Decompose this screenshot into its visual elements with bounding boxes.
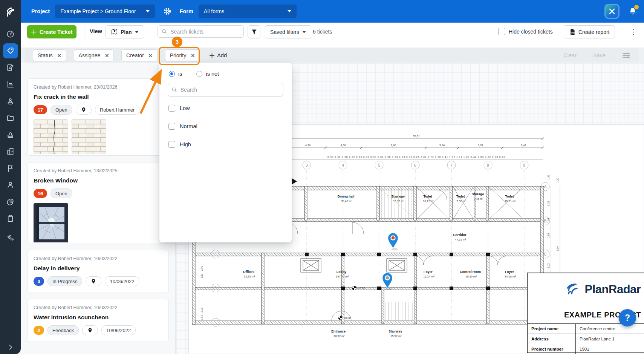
ticket-card-delay-in-delivery[interactable]: Created by Robert Hammer, 10/03/2022 Del… <box>27 250 169 293</box>
project-settings-gear-icon[interactable] <box>163 7 171 15</box>
svg-text:Toilet: Toilet <box>456 195 465 198</box>
divider <box>151 26 151 38</box>
app-switcher-icon[interactable] <box>606 5 618 18</box>
svg-text:1,20: 1,20 <box>556 178 559 182</box>
svg-text:18,52 m²: 18,52 m² <box>333 334 345 338</box>
saved-filters-button[interactable]: Saved filters <box>265 25 311 38</box>
sidebar-expand-chevron-icon[interactable] <box>0 343 21 351</box>
sidebar-item-contacts[interactable] <box>3 178 18 193</box>
checkbox[interactable] <box>168 141 175 148</box>
close-icon[interactable]: ✕ <box>57 53 61 58</box>
sidebar-item-approvals[interactable] <box>3 127 18 142</box>
svg-text:2,02: 2,02 <box>547 201 550 206</box>
priority-option-high[interactable]: High <box>168 141 283 148</box>
close-icon[interactable]: ✕ <box>105 53 109 58</box>
priority-search-box[interactable] <box>168 83 283 97</box>
ticket-created-by: Created by Robert Hammer, 23/01/2026 <box>34 84 162 90</box>
brick-wall-photo[interactable] <box>72 120 106 156</box>
search-tickets-box[interactable] <box>158 25 244 38</box>
radio-unselected-icon <box>196 71 202 77</box>
svg-text:6: 6 <box>414 163 416 167</box>
chevron-down-icon <box>302 31 306 33</box>
sidebar-item-forms[interactable] <box>3 60 18 75</box>
svg-text:2,00: 2,00 <box>200 307 203 312</box>
planradar-app: Project Example Project > Ground Floor F… <box>0 0 644 354</box>
planradar-swirl-icon <box>564 281 581 298</box>
ticket-number-badge: 16 <box>34 189 47 198</box>
search-tickets-input[interactable] <box>170 28 240 35</box>
svg-text:0,98 0,30 0,98 2,02 0,89 0,3: 0,98 0,30 0,98 2,02 0,89 0,30 0,98 2,02 … <box>327 156 505 158</box>
close-icon[interactable]: ✕ <box>148 53 153 58</box>
create-report-button[interactable]: PDF Create report <box>564 25 615 38</box>
form-edit-icon <box>6 63 15 72</box>
help-button[interactable]: ? <box>619 309 636 326</box>
sidebar-item-issues[interactable] <box>3 161 18 176</box>
svg-text:A: A <box>544 184 546 189</box>
project-selector[interactable]: Example Project > Ground Floor <box>55 5 154 18</box>
broken-window-photo[interactable] <box>34 203 68 244</box>
filter-chip-assignee[interactable]: Assignee✕ <box>74 49 114 61</box>
sidebar-item-site-presence[interactable] <box>3 93 18 109</box>
sidebar-item-tasks[interactable] <box>3 211 18 226</box>
priority-option-normal[interactable]: Normal <box>168 123 283 130</box>
add-filter-button[interactable]: Add <box>210 52 227 58</box>
ticket-created-by: Created by Robert Hammer, 10/03/2022 <box>34 305 162 310</box>
ticket-number-badge: 3 <box>34 277 44 286</box>
svg-text:15,52 m²: 15,52 m² <box>390 334 402 338</box>
svg-text:±0.00: ±0.00 <box>344 316 351 320</box>
form-selector[interactable]: All forms <box>199 5 297 18</box>
hide-closed-checkbox[interactable] <box>498 28 505 35</box>
tickets-toolbar: Create Ticket View Plan Saved filters 6 … <box>21 23 644 48</box>
ticket-badges: 17 Open Robert Hammer <box>34 105 162 115</box>
filter-chip-status[interactable]: Status✕ <box>33 49 66 61</box>
svg-text:7: 7 <box>450 163 453 167</box>
filter-funnel-button[interactable] <box>248 25 260 38</box>
ticket-number-badge: 2 <box>34 326 44 335</box>
clear-filters-button[interactable]: Clear <box>563 52 577 58</box>
location-pin-badge <box>86 276 101 286</box>
more-options-kebab-icon[interactable]: ⋮ <box>628 26 639 37</box>
ticket-card-broken-window[interactable]: Created by Robert Hammer, 13/02/2025 Bro… <box>27 162 169 243</box>
svg-text:Lobby: Lobby <box>337 270 346 274</box>
svg-text:3: 3 <box>306 163 308 167</box>
filter-chip-priority[interactable]: Priority✕ <box>165 49 200 61</box>
svg-text:Toilet: Toilet <box>505 195 514 198</box>
sidebar-item-tickets[interactable] <box>3 43 18 58</box>
radio-is-not[interactable]: is not <box>196 71 219 77</box>
view-mode-plan-button[interactable]: Plan <box>106 25 144 38</box>
notifications-bell-icon[interactable] <box>628 7 637 16</box>
svg-text:2,00: 2,00 <box>200 266 203 271</box>
filter-settings-sliders-icon[interactable] <box>622 52 630 59</box>
ticket-card-water-intrusion[interactable]: Created by Robert Hammer, 10/03/2022 Wat… <box>27 299 169 342</box>
svg-text:2,02: 2,02 <box>547 263 550 268</box>
svg-text:16,50 m²: 16,50 m² <box>465 275 477 278</box>
save-filters-button[interactable]: Save <box>593 52 606 58</box>
sidebar-item-settings[interactable] <box>3 230 18 245</box>
ticket-card-fix-crack[interactable]: Created by Robert Hammer, 23/01/2026 Fix… <box>27 78 169 156</box>
hide-closed-tickets-toggle[interactable]: Hide closed tickets <box>498 28 553 35</box>
svg-text:Storage: Storage <box>472 192 484 196</box>
sidebar-item-statistics[interactable] <box>3 77 18 92</box>
svg-text:Toilet: Toilet <box>424 195 432 198</box>
pin-icon <box>88 328 92 333</box>
sidebar-item-documents[interactable] <box>3 110 18 126</box>
svg-text:16,17 m²: 16,17 m² <box>423 199 434 203</box>
checkbox[interactable] <box>168 123 175 130</box>
sidebar-item-dashboard[interactable] <box>3 26 18 41</box>
top-navbar: Project Example Project > Ground Floor F… <box>0 0 644 23</box>
ticket-list-panel: Created by Robert Hammer, 23/01/2026 Fix… <box>21 63 176 354</box>
sidebar-item-reports[interactable] <box>3 194 18 209</box>
planradar-logo[interactable] <box>0 0 21 23</box>
radio-selected-icon <box>169 71 175 77</box>
ticket-badges: 2 Feedback 10/06/2022 <box>34 325 162 335</box>
create-ticket-button[interactable]: Create Ticket <box>27 25 76 38</box>
checkbox[interactable] <box>168 105 175 112</box>
priority-option-low[interactable]: Low <box>168 105 283 112</box>
priority-search-input[interactable] <box>180 86 279 93</box>
brick-wall-cracked-photo[interactable] <box>34 120 68 156</box>
filter-chip-creator[interactable]: Creator✕ <box>121 49 158 61</box>
sidebar-item-projects[interactable] <box>3 144 18 159</box>
svg-text:7,45 m²: 7,45 m² <box>474 197 483 201</box>
close-icon[interactable]: ✕ <box>191 53 195 58</box>
radio-is[interactable]: is <box>169 71 182 77</box>
